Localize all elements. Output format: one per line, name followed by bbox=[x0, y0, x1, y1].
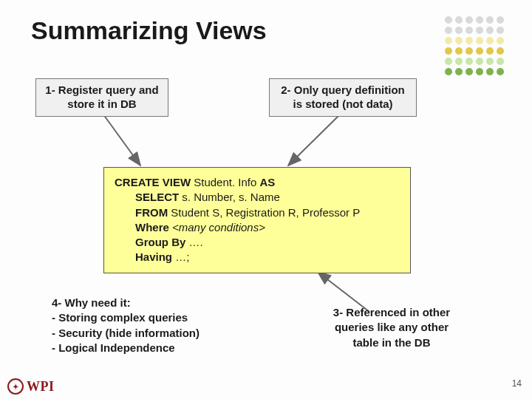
slide-title: Summarizing Views bbox=[31, 16, 267, 45]
callout-3: 3- Referenced in other queries like any … bbox=[318, 305, 466, 350]
callout-4: 4- Why need it: - Storing complex querie… bbox=[52, 296, 200, 355]
callout-3-line3: table in the DB bbox=[318, 335, 466, 350]
sql-text: s. Number, s. Name bbox=[182, 191, 280, 203]
sql-keyword: AS bbox=[259, 176, 275, 188]
callout-4-line1: 4- Why need it: bbox=[52, 296, 200, 310]
svg-line-0 bbox=[103, 115, 140, 166]
sql-block: CREATE VIEW Student. Info AS SELECT s. N… bbox=[103, 167, 411, 273]
svg-line-1 bbox=[288, 115, 340, 166]
sql-keyword: CREATE VIEW bbox=[115, 176, 194, 188]
callout-2-line1: 2- Only query definition bbox=[277, 83, 409, 98]
sql-text: …; bbox=[175, 250, 189, 263]
wpi-logo: ✦ WPI bbox=[7, 378, 55, 395]
callout-1-line1: 1- Register query and bbox=[44, 83, 160, 98]
sql-text: Student. Info bbox=[194, 176, 259, 188]
sql-text: Student S, Registration R, Professor P bbox=[171, 206, 360, 219]
callout-2: 2- Only query definition is stored (not … bbox=[269, 78, 417, 117]
sql-keyword: Where bbox=[135, 221, 172, 233]
page-number: 14 bbox=[512, 378, 522, 389]
sql-keyword: Group By bbox=[135, 236, 189, 248]
wpi-seal-icon: ✦ bbox=[7, 378, 24, 395]
sql-text: …. bbox=[189, 236, 203, 248]
decorative-dot-grid bbox=[445, 16, 505, 77]
sql-keyword: SELECT bbox=[135, 191, 182, 203]
callout-1-line2: store it in DB bbox=[44, 98, 160, 112]
callout-4-line3: - Security (hide information) bbox=[52, 326, 200, 341]
wpi-logo-text: WPI bbox=[27, 379, 55, 395]
callout-3-line2: queries like any other bbox=[318, 320, 466, 335]
callout-1: 1- Register query and store it in DB bbox=[35, 78, 168, 117]
callout-2-line2: is stored (not data) bbox=[277, 98, 409, 112]
callout-3-line1: 3- Referenced in other bbox=[318, 305, 466, 320]
callout-4-line4: - Logical Independence bbox=[52, 341, 200, 355]
callout-4-line2: - Storing complex queries bbox=[52, 310, 200, 325]
sql-keyword: FROM bbox=[135, 206, 171, 219]
sql-keyword: Having bbox=[135, 250, 175, 263]
sql-text: <many conditions> bbox=[172, 221, 265, 233]
